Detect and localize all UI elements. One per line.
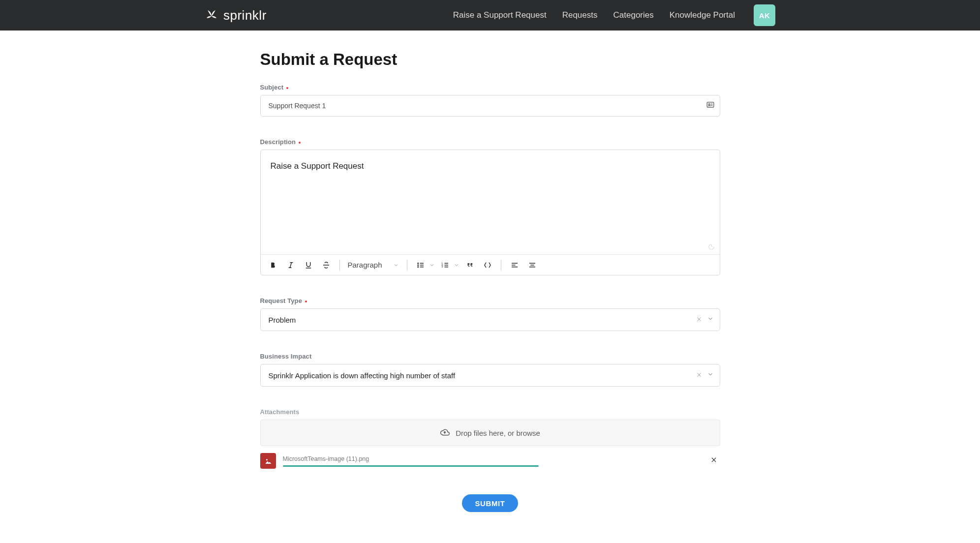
submit-button[interactable]: SUBMIT xyxy=(462,494,518,512)
nav-raise-request[interactable]: Raise a Support Request xyxy=(453,10,547,20)
page-title: Submit a Request xyxy=(260,50,720,69)
business-impact-label: Business Impact xyxy=(260,353,720,360)
cloud-upload-icon xyxy=(440,427,450,439)
clear-icon[interactable] xyxy=(696,315,702,324)
svg-point-8 xyxy=(418,265,419,266)
subject-label: Subject xyxy=(260,84,720,91)
toolbar-divider xyxy=(501,260,501,271)
toolbar-divider xyxy=(407,260,407,271)
svg-point-1 xyxy=(708,104,710,105)
upload-progress-fill xyxy=(283,465,539,467)
image-thumbnail-icon xyxy=(260,453,276,469)
svg-line-2 xyxy=(290,262,291,268)
numbered-list-button[interactable]: 1 2 3 xyxy=(438,258,453,272)
app-header: sprinklr Raise a Support Request Request… xyxy=(0,0,980,30)
clear-icon[interactable] xyxy=(696,371,702,380)
bulleted-list-button[interactable] xyxy=(413,258,428,272)
dropzone-text: Drop files here, or browse xyxy=(456,429,540,437)
svg-rect-0 xyxy=(707,102,714,108)
attachments-label: Attachments xyxy=(260,408,720,416)
svg-text:;: ; xyxy=(487,264,488,267)
toolbar-divider xyxy=(339,260,340,271)
required-indicator xyxy=(286,87,288,89)
brand-logo[interactable]: sprinklr xyxy=(205,8,267,23)
svg-point-9 xyxy=(418,267,419,268)
attachment-item: MicrosoftTeams-image (11).png xyxy=(260,453,720,469)
italic-button[interactable] xyxy=(283,258,298,272)
business-impact-select[interactable]: Sprinklr Application is down affecting h… xyxy=(260,364,720,387)
svg-point-7 xyxy=(418,263,419,264)
grammar-check-icon[interactable] xyxy=(708,243,715,252)
align-center-button[interactable] xyxy=(525,258,540,272)
primary-nav: Raise a Support Request Requests Categor… xyxy=(453,4,775,26)
chevron-down-icon[interactable] xyxy=(429,262,435,268)
underline-button[interactable] xyxy=(301,258,316,272)
chevron-down-icon[interactable] xyxy=(454,262,459,268)
subject-input[interactable] xyxy=(268,101,699,110)
brand-name: sprinklr xyxy=(223,8,267,23)
upload-progress-track xyxy=(283,465,539,467)
attachments-dropzone[interactable]: Drop files here, or browse xyxy=(260,420,720,446)
remove-attachment-button[interactable] xyxy=(707,454,720,467)
code-block-button[interactable]: ; xyxy=(480,258,495,272)
required-indicator xyxy=(305,301,307,302)
attachment-filename: MicrosoftTeams-image (11).png xyxy=(283,455,740,462)
description-editor: Raise a Support Request xyxy=(260,150,720,275)
nav-categories[interactable]: Categories xyxy=(613,10,654,20)
chevron-down-icon xyxy=(707,315,714,324)
sprinklr-burst-icon xyxy=(205,8,218,22)
description-label: Description xyxy=(260,138,720,146)
bold-button[interactable] xyxy=(266,258,280,272)
request-type-label: Request Type xyxy=(260,297,720,304)
blockquote-button[interactable] xyxy=(462,258,477,272)
svg-text:3: 3 xyxy=(441,266,443,268)
svg-point-31 xyxy=(266,459,267,460)
block-format-select[interactable]: Paragraph xyxy=(346,258,401,272)
required-indicator xyxy=(299,142,301,144)
request-type-select[interactable]: Problem xyxy=(260,308,720,331)
editor-toolbar: Paragraph 1 2 3 xyxy=(261,254,720,275)
close-icon xyxy=(710,456,717,463)
nav-requests[interactable]: Requests xyxy=(562,10,598,20)
id-card-icon xyxy=(706,100,715,111)
request-type-value: Problem xyxy=(269,316,691,324)
user-avatar[interactable]: AK xyxy=(754,4,775,26)
strikethrough-button[interactable] xyxy=(319,258,334,272)
align-left-button[interactable] xyxy=(507,258,522,272)
subject-field[interactable] xyxy=(260,95,720,117)
nav-knowledge-portal[interactable]: Knowledge Portal xyxy=(670,10,735,20)
business-impact-value: Sprinklr Application is down affecting h… xyxy=(269,371,691,380)
description-textarea[interactable]: Raise a Support Request xyxy=(261,150,720,254)
chevron-down-icon xyxy=(393,262,399,268)
chevron-down-icon xyxy=(707,371,714,380)
